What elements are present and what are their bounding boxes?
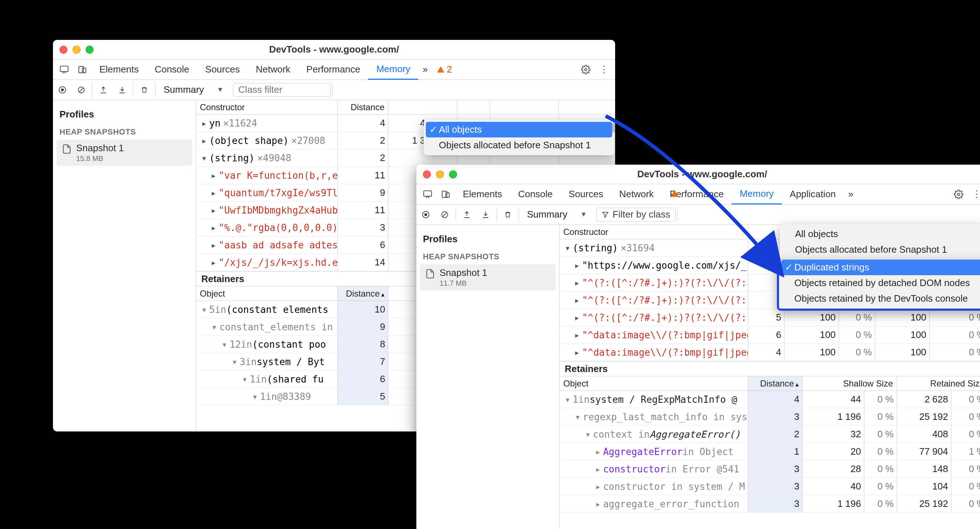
inspect-icon[interactable] [55,59,73,80]
tab-network[interactable]: Network [248,59,298,80]
dropdown-item[interactable]: Duplicated strings [781,260,980,275]
dropdown-item[interactable]: Objects retained by detached DOM nodes [781,275,980,291]
download-icon[interactable] [476,205,495,225]
table-row[interactable]: ▸constructor in Error @5413280 %1480 % [560,461,980,478]
svg-point-10 [958,193,960,195]
inspect-icon[interactable] [418,184,437,205]
svg-rect-0 [60,66,68,71]
warnings-badge[interactable]: 2 [432,59,456,80]
kebab-icon[interactable]: ⋮ [968,184,980,205]
tab-console[interactable]: Console [510,184,560,205]
class-filter-input[interactable] [233,83,331,97]
download-icon[interactable] [113,80,132,100]
tab-console[interactable]: Console [146,59,197,80]
trash-icon[interactable] [135,80,154,100]
table-row[interactable]: ▸AggregateError in Object1200 %77 9041 % [560,443,980,461]
device-icon[interactable] [437,184,455,205]
clear-icon[interactable] [72,80,91,100]
table-row[interactable]: ▾1 in system / RegExpMatchInfo @4440 %2 … [560,391,980,408]
tab-elements[interactable]: Elements [91,59,146,80]
settings-icon[interactable] [950,184,968,205]
caret-down-icon: ▼ [217,86,223,94]
table-row[interactable]: ▸"^data:image\\/(?:bmp|gif|jpeg41000 %10… [560,344,980,361]
table-row[interactable]: ▾context in AggregateError()2320 %4080 % [560,426,980,443]
profiles-sidebar: Profiles HEAP SNAPSHOTS Snapshot 1 15.8 … [53,100,196,432]
svg-rect-8 [442,191,447,197]
tab-performance[interactable]: Performance [299,59,369,80]
svg-rect-2 [82,68,86,73]
filter-dropdown-top[interactable]: All objectsObjects allocated before Snap… [780,224,980,260]
titlebar: DevTools - www.google.com/ [53,40,615,59]
constructor-header: Constructor Distance [196,100,615,114]
tab-sources[interactable]: Sources [197,59,248,80]
profiles-sidebar: Profiles HEAP SNAPSHOTS Snapshot 1 11.7 … [416,225,560,529]
svg-point-3 [585,68,587,71]
more-tabs-icon[interactable]: » [418,59,432,80]
svg-rect-1 [79,66,83,73]
snapshot-item[interactable]: Snapshot 1 11.7 MB [420,264,556,291]
retainers-rows: ▾1 in system / RegExpMatchInfo @4440 %2 … [560,391,980,529]
heap-snapshots-label: HEAP SNAPSHOTS [53,124,196,138]
table-row[interactable]: ▾regexp_last_match_info in sys31 1960 %2… [560,408,980,426]
view-dropdown[interactable]: Summary▼ [157,84,233,95]
profiles-label: Profiles [416,229,559,249]
annotation-arrow [555,109,809,301]
snapshot-item[interactable]: Snapshot 1 15.8 MB [57,140,192,166]
record-icon[interactable] [416,205,435,225]
record-icon[interactable] [53,80,72,100]
dropdown-item[interactable]: Objects retained by the DevTools console [781,291,980,307]
dropdown-item[interactable]: All objects [782,226,980,242]
table-row[interactable]: ▸"^data:image\\/(?:bmp|gif|jpeg61000 %10… [560,326,980,344]
upload-icon[interactable] [457,205,476,225]
heap-snapshots-label: HEAP SNAPSHOTS [416,249,559,263]
table-row[interactable]: ▸"^(?:([^:/?#.]+):)?(?:\/\/(?:51000 %100… [560,309,980,326]
trash-icon[interactable] [498,205,517,225]
panel-tabs: Elements Console Sources Network Perform… [53,59,615,80]
kebab-icon[interactable]: ⋮ [595,59,613,80]
svg-point-5 [61,89,64,91]
profiles-label: Profiles [53,105,196,124]
table-row[interactable]: ▸aggregate_error_function31 1960 %25 192… [560,495,980,513]
tab-memory[interactable]: Memory [368,59,418,80]
clear-icon[interactable] [435,205,454,225]
svg-point-12 [424,213,427,216]
svg-rect-7 [424,191,432,196]
dropdown-item[interactable]: Objects allocated before Snapshot 1 [782,242,980,257]
upload-icon[interactable] [94,80,113,100]
retainers-header: Object Distance Shallow Size Retained Si… [560,376,980,391]
more-tabs-icon[interactable]: » [844,184,858,205]
svg-rect-9 [446,192,449,197]
device-icon[interactable] [73,59,91,80]
table-row[interactable]: ▸constructor in system / M3400 %1040 % [560,478,980,495]
window-title: DevTools - www.google.com/ [53,44,615,55]
memory-toolbar: Summary▼ [53,80,615,100]
settings-icon[interactable] [577,59,595,80]
tab-elements[interactable]: Elements [455,184,510,205]
retainers-bar: Retainers ≡ [560,361,980,376]
